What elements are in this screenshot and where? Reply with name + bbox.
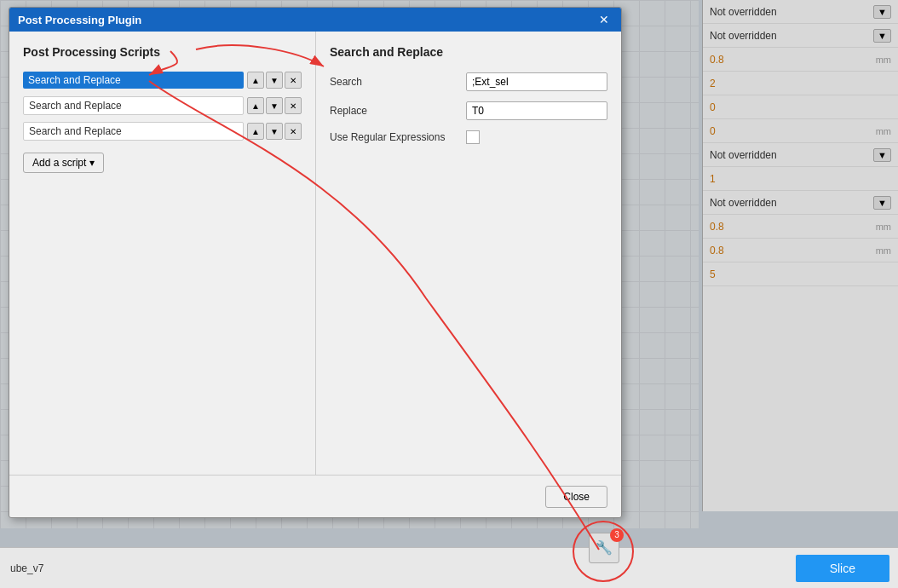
script-remove-0[interactable]: ✕	[285, 72, 302, 89]
dialog-close-btn[interactable]: Close	[545, 486, 607, 508]
script-item-1: Search and Replace ▲ ▼ ✕	[23, 95, 302, 117]
post-processing-badge: 3	[610, 528, 624, 542]
replace-label: Replace	[330, 105, 466, 117]
script-down-1[interactable]: ▼	[266, 97, 283, 114]
dialog-title: Post Processing Plugin	[18, 14, 141, 26]
script-up-2[interactable]: ▲	[247, 123, 264, 140]
script-name-2[interactable]: Search and Replace	[23, 122, 244, 141]
script-settings-panel: Search and Replace Search Replace Use Re…	[316, 32, 621, 475]
replace-input[interactable]	[466, 101, 607, 120]
script-down-0[interactable]: ▼	[266, 72, 283, 89]
wrench-icon: 🔧	[596, 539, 613, 556]
script-name-1[interactable]: Search and Replace	[23, 96, 244, 115]
add-script-button[interactable]: Add a script ▾	[23, 153, 104, 173]
dialog-footer: Close	[9, 475, 621, 517]
script-item-2: Search and Replace ▲ ▼ ✕	[23, 120, 302, 142]
settings-panel-title: Search and Replace	[330, 45, 607, 59]
script-controls-0: ▲ ▼ ✕	[247, 72, 302, 89]
script-up-1[interactable]: ▲	[247, 97, 264, 114]
search-label: Search	[330, 76, 466, 88]
regex-setting-row: Use Regular Expressions	[330, 130, 607, 144]
file-label: ube_v7	[10, 562, 43, 574]
script-remove-2[interactable]: ✕	[285, 123, 302, 140]
bottom-bar: ube_v7 🔧 3 Slice	[0, 547, 898, 588]
slice-button[interactable]: Slice	[796, 555, 889, 582]
dialog-body: Post Processing Scripts Search and Repla…	[9, 32, 621, 475]
dialog-close-button[interactable]: ✕	[596, 13, 613, 26]
dialog-titlebar: Post Processing Plugin ✕	[9, 8, 621, 32]
script-remove-1[interactable]: ✕	[285, 97, 302, 114]
script-controls-2: ▲ ▼ ✕	[247, 123, 302, 140]
search-input[interactable]	[466, 72, 607, 91]
regex-checkbox[interactable]	[466, 130, 480, 144]
scripts-panel-title: Post Processing Scripts	[23, 45, 302, 59]
script-name-0[interactable]: Search and Replace	[23, 72, 244, 89]
replace-setting-row: Replace	[330, 101, 607, 120]
script-down-2[interactable]: ▼	[266, 123, 283, 140]
post-processing-dialog: Post Processing Plugin ✕ Post Processing…	[9, 7, 622, 518]
script-up-0[interactable]: ▲	[247, 72, 264, 89]
script-controls-1: ▲ ▼ ✕	[247, 97, 302, 114]
search-setting-row: Search	[330, 72, 607, 91]
post-processing-button[interactable]: 🔧 3	[589, 533, 619, 563]
script-item-0: Search and Replace ▲ ▼ ✕	[23, 69, 302, 91]
regex-label: Use Regular Expressions	[330, 131, 466, 143]
scripts-panel: Post Processing Scripts Search and Repla…	[9, 32, 316, 475]
